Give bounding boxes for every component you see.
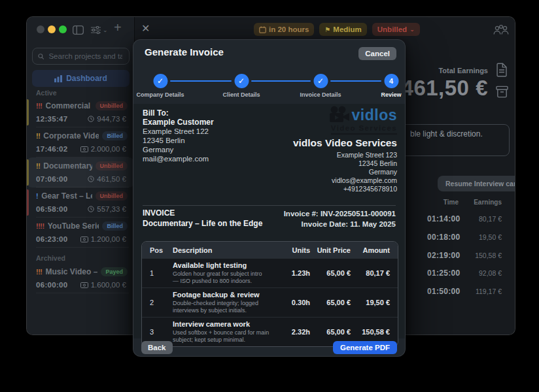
add-project-button[interactable]: + (114, 20, 122, 35)
entry-time: 01:25:00 (427, 269, 459, 278)
step-review-current: 4 Review (381, 74, 401, 98)
generate-invoice-dialog: Generate Invoice Cancel Company Details … (133, 39, 406, 357)
resume-timer-button[interactable]: Resume Interview camer… (438, 176, 515, 191)
billing-status-badge[interactable]: Unbilled ⌄ (372, 23, 420, 36)
company-email: vidlos@example.com (332, 176, 397, 185)
step-label: Client Details (222, 91, 260, 98)
invoice-project: Documentary – Life on the Edge (143, 219, 262, 228)
time-entry-row[interactable]: 01:25:00 92,08 € (427, 269, 502, 278)
entry-earnings: 19,50 € (479, 233, 502, 241)
earnings-amount: 944,73 € (88, 115, 126, 123)
project-name: Gear Test – Len… (41, 191, 92, 201)
cell-units: 0.30h (273, 299, 310, 306)
status-badge: Billed (102, 131, 128, 140)
collaborators-button[interactable] (493, 24, 510, 35)
time-entry-row[interactable]: 01:50:00 119,17 € (427, 287, 502, 296)
section-label-archived: Archived (36, 254, 134, 262)
archive-button[interactable] (496, 86, 508, 98)
company-logo: vidlos (328, 106, 397, 123)
note-text: ble light & discretion. (410, 129, 483, 139)
task-badges: in 20 hours ⚑ Medium Unbilled ⌄ (254, 23, 420, 36)
sliders-icon (91, 26, 101, 34)
close-detail-button[interactable]: ✕ (141, 24, 150, 34)
project-name: YouTube Series… (48, 221, 99, 231)
sidebar-item-dashboard[interactable]: Dashboard (32, 70, 130, 87)
table-header-row: Pos Description Units Unit Price Amount (142, 242, 398, 258)
cell-description: Available light testing Golden hour grea… (173, 261, 273, 285)
check-icon (153, 74, 167, 88)
divider (143, 205, 396, 206)
due-badge[interactable]: in 20 hours (254, 23, 314, 36)
customer-name: Example Customer (143, 118, 214, 127)
status-badge: Billed (102, 221, 128, 231)
cell-units: 2.32h (273, 328, 310, 336)
search-icon (38, 53, 44, 60)
cell-unit-price: 65,00 € (310, 328, 351, 336)
window-zoom-button[interactable] (59, 25, 67, 33)
cell-pos: 1 (150, 269, 173, 277)
cell-unit-price: 65,00 € (310, 299, 351, 306)
bill-to-label: Bill To: (143, 108, 214, 118)
sidebar-item-corporate[interactable]: !! Corporate Video… Billed 17:46:02 2.00… (27, 127, 134, 157)
project-name: Documentary… (43, 161, 92, 171)
search-input[interactable] (47, 52, 124, 61)
line-item-title: Available light testing (173, 261, 270, 270)
generate-pdf-button[interactable]: Generate PDF (333, 341, 397, 354)
priority-marker: !!!! (36, 222, 44, 230)
chevron-down-icon: ⌄ (103, 27, 108, 33)
check-icon (234, 74, 249, 88)
notes-textarea[interactable]: ble light & discretion. (393, 124, 510, 156)
window-close-button[interactable] (37, 25, 44, 33)
window-minimize-button[interactable] (48, 25, 56, 33)
cell-description: Footage backup & review Double-checked i… (173, 291, 273, 314)
back-button[interactable]: Back (141, 341, 173, 354)
cancel-button[interactable]: Cancel (358, 47, 396, 60)
clock-icon (88, 176, 94, 182)
time-entry-row[interactable]: 02:19:00 150,58 € (427, 251, 502, 260)
line-item-note: Double-checked integrity; logged intervi… (173, 300, 270, 314)
export-document-button[interactable] (496, 63, 508, 77)
company-address: Example Street 123 12345 Berlin Germany … (332, 151, 397, 193)
tracked-time: 07:06:00 (36, 175, 67, 183)
sidebar: ⌄ + Dashboard Active (27, 17, 135, 335)
sidebar-item-youtube[interactable]: !!!! YouTube Series… Billed 06:23:00 1.2… (27, 218, 134, 248)
time-column-header: Time (427, 199, 459, 206)
status-badge: Payed (101, 267, 128, 276)
entry-time: 02:19:00 (427, 251, 459, 260)
logo-wordmark: vidlos (352, 106, 397, 123)
sidebar-item-gear-test[interactable]: ! Gear Test – Len… Unbilled 06:58:00 557… (27, 188, 134, 218)
header-description: Description (173, 246, 273, 254)
priority-badge[interactable]: ⚑ Medium (319, 23, 366, 36)
time-entry-row[interactable]: 00:18:00 19,50 € (427, 233, 502, 242)
priority-marker: !!! (36, 268, 43, 276)
invoice-line-items-table: Pos Description Units Unit Price Amount … (141, 241, 398, 347)
project-name: Music Video – N… (46, 267, 98, 276)
step-client-details: Client Details (222, 74, 260, 98)
step-invoice-details: Invoice Details (300, 74, 341, 98)
calendar-icon (259, 26, 266, 33)
section-label-active: Active (36, 89, 57, 97)
tracked-time: 06:23:00 (36, 235, 67, 243)
earnings-amount: 557,33 € (88, 205, 126, 213)
banknote-icon (80, 146, 88, 152)
cell-pos: 2 (150, 299, 173, 306)
entry-earnings: 150,58 € (475, 252, 502, 259)
sidebar-item-documentary-selected[interactable]: !! Documentary… Unbilled 07:06:00 461,50… (27, 157, 134, 188)
header-amount: Amount (351, 246, 390, 254)
sidebar-toggle-icon[interactable] (73, 25, 84, 35)
line-item-note: Used softbox + bounce card for main subj… (173, 329, 270, 344)
cell-amount: 80,17 € (351, 269, 390, 277)
company-phone: +4912345678910 (332, 185, 397, 193)
entry-earnings: 92,08 € (479, 269, 502, 277)
priority-marker: !!! (36, 102, 43, 110)
invoice-heading: INVOICE (143, 208, 175, 218)
time-entry-row[interactable]: 01:14:00 80,17 € (427, 214, 502, 223)
step-label: Review (381, 91, 401, 98)
sidebar-item-commercial[interactable]: !!! Commercial S… Unbilled 12:35:47 944,… (27, 97, 134, 127)
company-city: 12345 Berlin (332, 159, 397, 168)
sidebar-item-music-video[interactable]: !!! Music Video – N… Payed 06:00:00 1.60… (27, 263, 134, 293)
priority-marker: ! (36, 192, 38, 200)
filter-menu-button[interactable]: ⌄ (91, 26, 108, 34)
status-badge: Unbilled (96, 161, 128, 171)
header-units: Units (273, 246, 310, 254)
